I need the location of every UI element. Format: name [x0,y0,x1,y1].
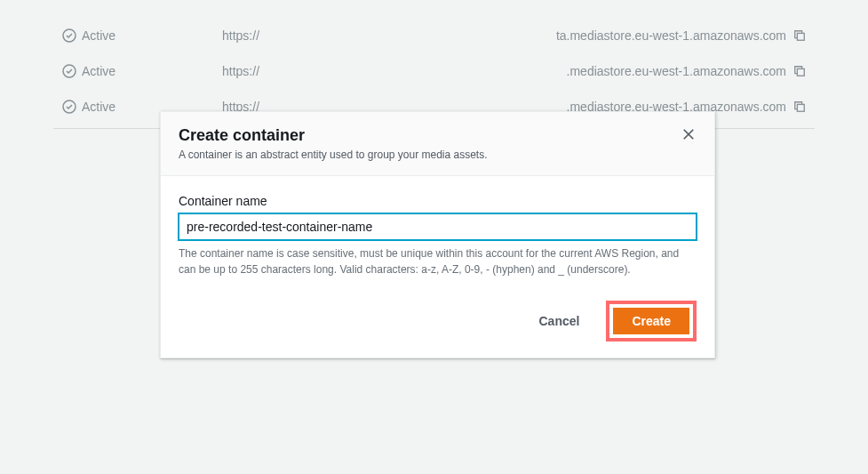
close-button[interactable] [681,126,697,142]
close-icon [682,128,695,141]
create-container-modal: Create container A container is an abstr… [160,111,715,358]
modal-header: Create container A container is an abstr… [161,112,714,176]
modal-subtitle: A container is an abstract entity used t… [179,149,488,161]
modal-body: Container name The container name is cas… [161,176,714,288]
modal-footer: Cancel Create [161,288,714,358]
container-name-label: Container name [179,194,697,208]
modal-backdrop: Create container A container is an abstr… [0,0,868,474]
create-button-highlight: Create [606,301,697,341]
modal-title: Create container [179,126,488,145]
create-button[interactable]: Create [613,308,689,334]
container-name-help: The container name is case sensitive, mu… [179,245,697,277]
cancel-button[interactable]: Cancel [521,307,597,335]
container-name-input[interactable] [179,213,697,240]
